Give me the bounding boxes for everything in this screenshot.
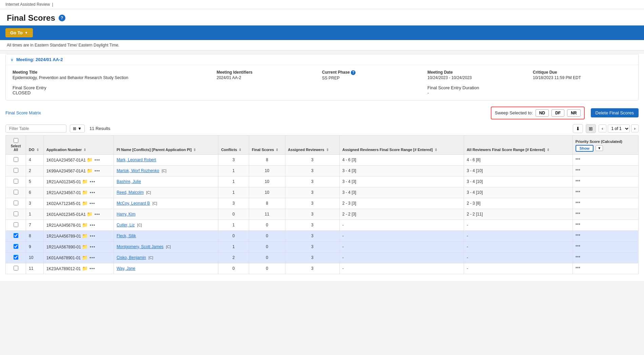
- row-checkbox-cell: [6, 263, 26, 274]
- goto-button[interactable]: Go To ▼: [5, 28, 33, 37]
- row-final-scores: 0: [249, 220, 285, 230]
- folder-icon[interactable]: 📁: [82, 179, 88, 184]
- prev-page-button[interactable]: ‹: [599, 125, 606, 132]
- view-toggle-button[interactable]: ⊞ ▼: [70, 125, 85, 133]
- row-checkbox[interactable]: [14, 157, 18, 162]
- critique-due-value: 10/18/2023 11:59 PM EDT: [533, 75, 631, 80]
- row-checkbox[interactable]: [14, 201, 18, 205]
- folder-icon[interactable]: 📁: [82, 255, 88, 260]
- sweep-nd-button[interactable]: ND: [536, 109, 549, 117]
- more-options-icon[interactable]: •••: [90, 244, 96, 249]
- row-checkbox[interactable]: [14, 211, 18, 216]
- all-range-sort-icon[interactable]: ⇕: [547, 148, 549, 152]
- folder-icon[interactable]: 📁: [87, 168, 93, 173]
- row-priority: ***: [572, 220, 638, 230]
- folder-icon[interactable]: 📁: [82, 190, 88, 195]
- more-options-icon[interactable]: •••: [95, 212, 100, 217]
- row-checkbox[interactable]: [14, 255, 18, 260]
- pi-name-link[interactable]: Reed, Malcolm: [117, 190, 144, 195]
- pagination: ‹ 1 of 1 ›: [599, 125, 639, 133]
- phase-help-icon[interactable]: ?: [351, 70, 356, 75]
- row-checkbox-cell: [6, 198, 26, 209]
- grid-view-button[interactable]: ⊞: [586, 124, 596, 133]
- pi-sort-icon[interactable]: ⇕: [193, 148, 196, 152]
- row-all-range: -: [464, 241, 572, 252]
- row-checkbox-cell: [6, 220, 26, 230]
- row-final-scores: 11: [249, 209, 285, 220]
- folder-icon[interactable]: 📁: [82, 233, 88, 239]
- meeting-details: Meeting Title Epidemiology, Prevention a…: [6, 65, 638, 85]
- final-score-matrix-link[interactable]: Final Score Matrix: [5, 110, 41, 115]
- row-assigned-reviewers: 3: [285, 176, 339, 187]
- page-select[interactable]: 1 of 1: [608, 125, 630, 133]
- pi-name-link[interactable]: Bashire, Julie: [117, 179, 141, 184]
- more-options-icon[interactable]: •••: [89, 255, 95, 260]
- row-checkbox[interactable]: [14, 222, 18, 227]
- do-sort-icon[interactable]: ⇕: [36, 148, 39, 152]
- th-app-number: Application Number⇕: [43, 135, 114, 154]
- table-header-row: Select All DO⇕ Application Number⇕ PI Na…: [6, 135, 639, 154]
- priority-dropdown-button[interactable]: ▼: [596, 145, 603, 151]
- more-options-icon[interactable]: •••: [90, 190, 96, 195]
- more-options-icon[interactable]: •••: [90, 223, 96, 228]
- folder-icon[interactable]: 📁: [82, 201, 88, 206]
- more-options-icon[interactable]: •••: [95, 157, 100, 163]
- sweep-df-button[interactable]: DF: [551, 109, 564, 117]
- more-options-icon[interactable]: •••: [95, 168, 100, 173]
- pi-name-link[interactable]: Cisko, Benjamin: [117, 255, 146, 260]
- app-sort-icon[interactable]: ⇕: [83, 148, 86, 152]
- row-checkbox-cell: [6, 241, 26, 252]
- row-assigned-range: -: [340, 230, 464, 241]
- row-checkbox[interactable]: [14, 190, 18, 194]
- folder-icon[interactable]: 📁: [82, 222, 88, 228]
- row-checkbox[interactable]: [14, 266, 18, 270]
- help-icon[interactable]: ?: [59, 15, 65, 21]
- sweep-nr-button[interactable]: NR: [567, 109, 580, 117]
- meeting-title-label: Meeting Title: [13, 70, 210, 75]
- assigned-sort-icon[interactable]: ⇕: [326, 148, 329, 152]
- row-all-range: 4 - 6 [8]: [464, 154, 572, 165]
- folder-icon[interactable]: 📁: [82, 266, 88, 271]
- row-do: 6: [26, 187, 44, 198]
- meeting-header-toggle[interactable]: ∨ Meeting: 2024/01 AA-2: [6, 54, 638, 65]
- pi-name-link[interactable]: McCoy, Leonard B: [117, 201, 150, 206]
- row-checkbox[interactable]: [14, 179, 18, 184]
- row-do: 7: [26, 220, 44, 230]
- pi-name-link[interactable]: Martok, Worf Rozhenko: [117, 168, 159, 173]
- pi-tag: [C]: [148, 256, 153, 260]
- more-options-icon[interactable]: •••: [90, 179, 96, 184]
- row-do: 2: [26, 165, 44, 176]
- download-button[interactable]: ⬇: [573, 124, 583, 133]
- row-final-scores: 0: [249, 263, 285, 274]
- conflicts-sort-icon[interactable]: ⇕: [239, 148, 241, 152]
- more-options-icon[interactable]: •••: [90, 233, 96, 239]
- row-conflicts: 0: [218, 230, 249, 241]
- row-do: 5: [26, 176, 44, 187]
- pi-name-link[interactable]: Way, Jane: [117, 266, 135, 271]
- pi-name-link[interactable]: Fleck, Silik: [117, 233, 136, 238]
- pi-name-link[interactable]: Mark, Leonard Robert: [117, 157, 156, 162]
- folder-icon[interactable]: 📁: [82, 244, 88, 249]
- row-checkbox[interactable]: [14, 233, 18, 238]
- next-page-button[interactable]: ›: [631, 125, 639, 132]
- folder-icon[interactable]: 📁: [87, 157, 93, 163]
- pi-name-link[interactable]: Harry, Kim: [117, 212, 136, 217]
- final-sort-icon[interactable]: ⇕: [276, 148, 278, 152]
- row-checkbox[interactable]: [14, 168, 18, 173]
- row-checkbox[interactable]: [14, 244, 18, 249]
- folder-icon[interactable]: 📁: [87, 211, 93, 217]
- timezone-notice: All times are in Eastern Standard Time/ …: [0, 40, 644, 51]
- select-all-checkbox[interactable]: [14, 138, 18, 143]
- delete-final-scores-button[interactable]: Delete Final Scores: [591, 108, 639, 117]
- row-checkbox-cell: [6, 230, 26, 241]
- filter-input[interactable]: [5, 125, 66, 133]
- row-checkbox-cell: [6, 176, 26, 187]
- select-all-label: Select All: [8, 144, 23, 152]
- row-priority: ***: [572, 263, 638, 274]
- priority-show-button[interactable]: Show: [576, 145, 593, 152]
- more-options-icon[interactable]: •••: [89, 266, 95, 271]
- pi-name-link[interactable]: Montgomery, Scott James: [117, 244, 164, 249]
- pi-name-link[interactable]: Cutler, Liz: [117, 223, 135, 227]
- more-options-icon[interactable]: •••: [89, 201, 95, 206]
- assigned-range-sort-icon[interactable]: ⇕: [435, 148, 437, 152]
